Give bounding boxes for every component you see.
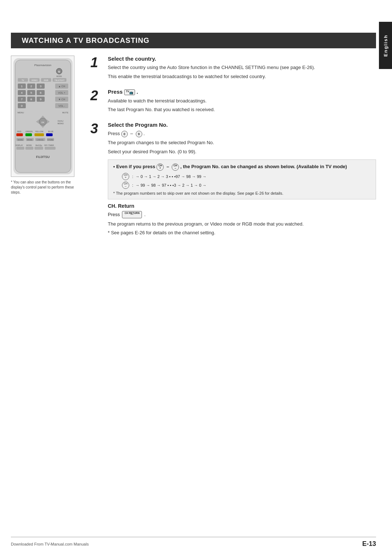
ch-return-section: CH. Return Press CH RETURN ⌒ . The progr… [108,203,376,237]
ch-down-btn: CH – [172,163,179,171]
ch-up-icon: CH + [122,173,129,180]
svg-text:▼ CH: ▼ CH [58,98,65,101]
bullet-section: • Even if you press CH + – CH – , the Pr… [108,159,376,199]
svg-text:RGB: RGB [44,79,48,81]
svg-text:GREEN: GREEN [25,130,33,133]
btn-9: 9 [136,131,142,137]
svg-text:MUTE: MUTE [62,112,69,114]
ch-up-btn: CH + [156,163,164,171]
step-1-para-2: This enable the terrestrial broadcasting… [108,73,376,81]
step-3-para-2: Select your desired Program No. (0 to 99… [108,148,376,156]
svg-text:MONO: MONO [57,122,64,125]
ch-up-diagram: CH + : → 0 → 1 → 2 → 3 • • •97 → 98 → 99… [122,173,371,180]
tv-button-icon: TV📺 [124,89,135,95]
btn-0: 0 [121,131,128,137]
svg-text:MODE: MODE [18,139,24,141]
step-2-text: Available to watch the terrestrial broad… [108,97,376,114]
svg-text:YELLOW: YELLOW [35,130,44,133]
step-2-prefix: Press [108,89,123,95]
step-2-number: 2 [90,89,102,116]
svg-text:VOL -: VOL - [58,105,65,107]
svg-rect-58 [46,133,53,136]
ch-return-btn: CH RETURN ⌒ [122,211,142,218]
ch-down-diagram: CH – : → 99 → 98 → 97 • • •3 → 2 → 1 → 0… [122,182,371,189]
left-column: Plasmavision ⏻ MODE TV VIDEO RGB TELETEX… [11,56,82,245]
footer: Downloaded From TV-Manual.com Manuals E-… [11,537,376,548]
svg-rect-55 [16,133,23,136]
svg-text:FUJITSU: FUJITSU [36,155,50,159]
svg-text:MODE: MODE [27,139,33,141]
step-1-title: Select the country. [108,56,376,62]
ch-down-icon: CH – [122,182,129,189]
svg-text:TELETEXT: TELETEXT [54,79,65,81]
svg-rect-74 [45,147,56,150]
footer-left: Downloaded From TV-Manual.com Manuals [11,542,89,546]
step-2-title: Press TV📺 . [108,89,376,95]
ch-up-label: : → 0 → 1 → 2 → 3 • • •97 → 98 → 99 → [132,174,207,179]
svg-text:2: 2 [30,85,32,88]
ch-return-para-2: * See pages E-26 for details on the chan… [108,229,376,237]
step-3-number: 3 [90,122,102,238]
main-content: Plasmavision ⏻ MODE TV VIDEO RGB TELETEX… [11,56,376,245]
ch-return-press-row: Press CH RETURN ⌒ . [108,211,376,218]
svg-text:CANCEL: CANCEL [37,139,44,141]
step-2-content: Press TV📺 . Available to watch the terre… [108,89,376,116]
ch-return-text: The program returns to the previous prog… [108,220,376,237]
step-3: 3 Select the Program No. Press 0 – 9 . T… [90,122,376,238]
ch-return-dot: . [144,212,146,217]
step-3-content: Select the Program No. Press 0 – 9 . The… [108,122,376,238]
side-tab: English [379,22,392,69]
step-1-number: 1 [90,56,102,82]
ch-return-para-1: The program returns to the previous prog… [108,220,376,228]
svg-text:DISPLAY: DISPLAY [16,144,23,146]
step-2-dot: . [136,89,138,95]
svg-text:⏻: ⏻ [58,70,60,73]
svg-text:8: 8 [30,98,32,101]
bullet-note: * The program numbers set to skip over a… [113,191,371,195]
step-3-para-1: The program changes to the selected Prog… [108,139,376,147]
svg-text:VOL +: VOL + [58,92,65,94]
step-3-press: Press 0 – 9 . [108,130,376,138]
right-column: 1 Select the country. Select the country… [90,56,376,245]
svg-text:STORE: STORE [47,139,54,141]
footer-right: E-13 [362,540,376,548]
step-1: 1 Select the country. Select the country… [90,56,376,82]
step-2-para-1: Available to watch the terrestrial broad… [108,97,376,105]
ch-down-label: : → 99 → 98 → 97 • • •3 → 2 → 1 → 0 → [132,183,207,187]
ch-return-press-label: Press [108,212,120,217]
svg-text:4: 4 [21,91,23,94]
remote-control-image: Plasmavision ⏻ MODE TV VIDEO RGB TELETEX… [13,58,73,174]
svg-text:BLUE: BLUE [48,130,54,133]
step-3-title: Select the Program No. [108,122,376,128]
bullet-title: • Even if you press CH + – CH – , the Pr… [113,163,371,171]
svg-rect-57 [34,133,44,136]
svg-text:DUAL/: DUAL/ [58,120,64,122]
svg-text:Plasmavision: Plasmavision [34,64,51,67]
svg-rect-73 [34,147,43,150]
step-2-para-2: The last Program No. that you watched is… [108,106,376,114]
svg-text:6: 6 [40,91,42,94]
ch-return-title: CH. Return [108,203,376,209]
step-2: 2 Press TV📺 . Available to watch the ter… [90,89,376,116]
svg-text:TV: TV [21,79,24,81]
svg-rect-56 [25,133,32,136]
step-1-para-1: Select the country using the Auto Store … [108,64,376,72]
svg-text:7: 7 [21,98,23,101]
svg-text:▲ CH: ▲ CH [58,85,65,88]
page-title: WATCHING A TV BROADCASTING [11,33,376,48]
svg-text:MENU: MENU [17,112,24,114]
svg-text:1: 1 [21,85,23,88]
svg-text:VIDEO: VIDEO [31,79,38,81]
svg-text:3: 3 [40,85,42,88]
svg-rect-72 [25,147,33,150]
step-1-text: Select the country using the Auto Store … [108,64,376,81]
svg-text:0: 0 [21,104,23,108]
step-1-content: Select the country. Select the country u… [108,56,376,82]
svg-text:MODE: MODE [26,144,32,146]
svg-text:MODE: MODE [57,75,62,77]
step-3-text: Press 0 – 9 . The program changes to the… [108,130,376,155]
svg-rect-71 [16,147,24,150]
svg-text:OK: OK [41,121,45,123]
svg-text:OFF-TIMER: OFF-TIMER [44,144,54,146]
svg-text:9: 9 [40,98,42,101]
